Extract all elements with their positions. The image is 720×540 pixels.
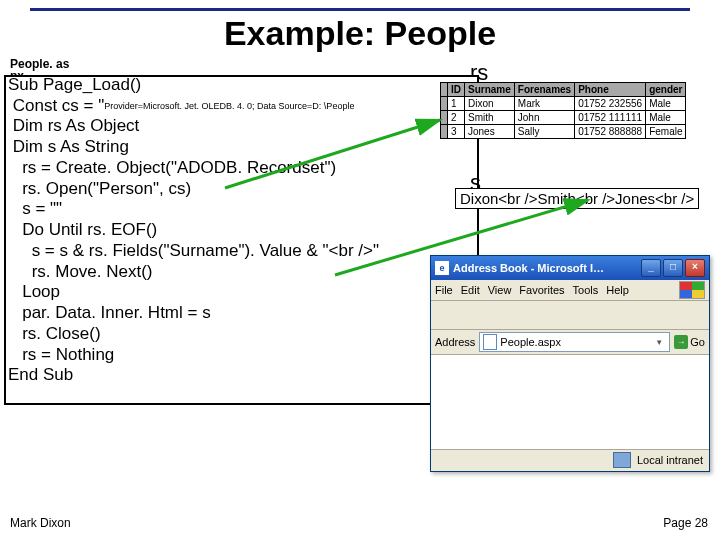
browser-content [431, 355, 709, 450]
code-listing: Sub Page_Load() Const cs = "Provider=Mic… [8, 75, 488, 386]
browser-window: e Address Book - Microsoft I… _ □ × File… [430, 255, 710, 472]
address-input[interactable]: People.aspx ▼ [479, 332, 670, 352]
table-header [441, 83, 448, 97]
data-table: IDSurnameForenamesPhonegender 1DixonMark… [440, 82, 686, 139]
menu-tools[interactable]: Tools [573, 284, 599, 296]
menu-view[interactable]: View [488, 284, 512, 296]
menu-favorites[interactable]: Favorites [519, 284, 564, 296]
table-header: Forenames [514, 83, 574, 97]
address-dropdown-icon[interactable]: ▼ [652, 338, 666, 347]
table-header: Surname [465, 83, 515, 97]
menu-edit[interactable]: Edit [461, 284, 480, 296]
windows-logo-icon [679, 281, 705, 299]
browser-statusbar: Local intranet [431, 450, 709, 470]
table-header: ID [448, 83, 465, 97]
maximize-button[interactable]: □ [663, 259, 683, 277]
address-bar: Address People.aspx ▼ → Go [431, 330, 709, 355]
address-label: Address [435, 336, 475, 348]
close-button[interactable]: × [685, 259, 705, 277]
footer-author: Mark Dixon [10, 516, 71, 530]
status-text: Local intranet [637, 454, 703, 466]
intranet-icon [613, 452, 631, 468]
browser-title: Address Book - Microsoft I… [453, 262, 604, 274]
table-row: 3JonesSally01752 888888Female [441, 125, 686, 139]
menu-file[interactable]: File [435, 284, 453, 296]
table-header: Phone [575, 83, 646, 97]
page-icon [483, 334, 497, 350]
table-row: 1DixonMark01752 232556Male [441, 97, 686, 111]
menu-help[interactable]: Help [606, 284, 629, 296]
slide-title: Example: People [0, 14, 720, 53]
go-button[interactable]: → Go [674, 335, 705, 349]
browser-titlebar: e Address Book - Microsoft I… _ □ × [431, 256, 709, 280]
go-arrow-icon: → [674, 335, 688, 349]
s-value-box: Dixon<br />Smith<br />Jones<br /> [455, 188, 699, 209]
table-header: gender [646, 83, 686, 97]
ie-icon: e [435, 261, 449, 275]
minimize-button[interactable]: _ [641, 259, 661, 277]
browser-menubar: File Edit View Favorites Tools Help [431, 280, 709, 301]
table-row: 2SmithJohn01752 111111Male [441, 111, 686, 125]
footer-page: Page 28 [663, 516, 708, 530]
browser-toolbar [431, 301, 709, 330]
address-value: People.aspx [500, 336, 561, 348]
